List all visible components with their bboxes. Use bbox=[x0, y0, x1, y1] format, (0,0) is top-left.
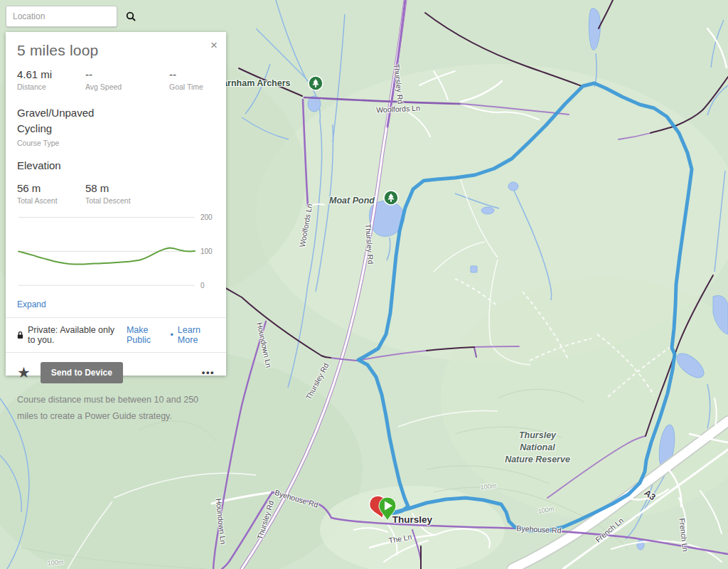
distance-value: 4.61 mi bbox=[17, 68, 85, 80]
action-row: ★ Send to Device ••• bbox=[17, 353, 215, 385]
course-title: 5 miles loop bbox=[17, 42, 215, 59]
elevation-stats: 56 m Total Ascent 58 m Total Descent bbox=[17, 182, 215, 205]
distance-label: Distance bbox=[17, 83, 85, 91]
course-type-line2: Cycling bbox=[17, 121, 215, 137]
elevation-heading: Elevation bbox=[17, 159, 215, 171]
power-guide-note: Course distance must be between 10 and 2… bbox=[17, 392, 215, 425]
privacy-text: Private: Available only to you. bbox=[28, 325, 122, 345]
search-input[interactable] bbox=[6, 11, 126, 21]
avg-speed-value: -- bbox=[85, 68, 169, 80]
goal-time-value: -- bbox=[169, 68, 215, 80]
learn-more-link[interactable]: Learn More bbox=[178, 325, 215, 345]
course-type-line1: Gravel/Unpaved bbox=[17, 105, 215, 121]
goal-time-label: Goal Time bbox=[169, 83, 215, 91]
send-to-device-button[interactable]: Send to Device bbox=[41, 362, 123, 383]
course-type-label: Course Type bbox=[17, 139, 215, 147]
stats-row: 4.61 mi Distance -- Avg Speed -- Goal Ti… bbox=[17, 68, 215, 91]
elevation-chart: 2001000 bbox=[17, 209, 215, 297]
total-descent-label: Total Descent bbox=[85, 196, 131, 205]
make-public-link[interactable]: Make Public bbox=[127, 325, 166, 345]
location-search[interactable] bbox=[6, 6, 117, 27]
avg-speed-label: Avg Speed bbox=[85, 83, 169, 91]
elevation-tick-label: 100 bbox=[200, 247, 213, 255]
favorite-star-icon[interactable]: ★ bbox=[17, 365, 31, 380]
lock-icon bbox=[17, 330, 23, 340]
elevation-tick-label: 200 bbox=[200, 213, 213, 221]
elevation-tick-label: 0 bbox=[200, 281, 205, 289]
close-icon[interactable]: × bbox=[210, 39, 218, 51]
total-ascent-label: Total Ascent bbox=[17, 196, 85, 205]
total-descent-value: 58 m bbox=[85, 182, 131, 194]
expand-link[interactable]: Expand bbox=[17, 299, 46, 309]
course-type: Gravel/Unpaved Cycling Course Type bbox=[17, 105, 215, 147]
elevation-profile-line bbox=[18, 248, 195, 264]
privacy-row: Private: Available only to you. Make Pub… bbox=[17, 318, 215, 345]
link-separator: • bbox=[170, 330, 173, 340]
map-stage[interactable]: Farnham ArchersMoat PondWoolfords LnThur… bbox=[0, 0, 728, 569]
tree-marker[interactable] bbox=[384, 191, 398, 205]
course-panel: × 5 miles loop 4.61 mi Distance -- Avg S… bbox=[6, 32, 226, 376]
more-options-icon[interactable]: ••• bbox=[202, 367, 215, 378]
tree-marker[interactable] bbox=[309, 76, 323, 90]
total-ascent-value: 56 m bbox=[17, 182, 85, 194]
search-icon[interactable] bbox=[126, 11, 141, 21]
